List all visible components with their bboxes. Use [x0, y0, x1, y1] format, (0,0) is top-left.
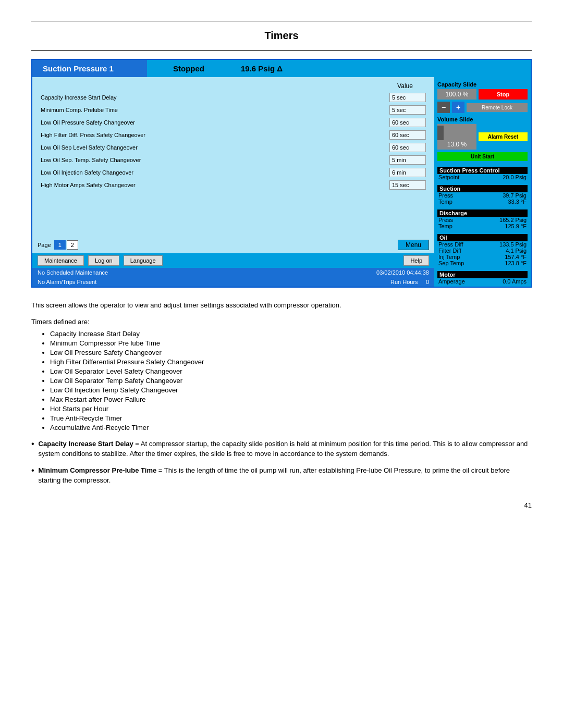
suction-temp-label: Temp	[438, 199, 452, 205]
table-row-value[interactable]	[389, 118, 426, 127]
bullet-paragraph: • Minimum Compressor Pre-lube Time = Thi…	[31, 465, 532, 486]
page-btn-2[interactable]: 2	[67, 240, 78, 250]
table-row-value[interactable]	[389, 93, 426, 102]
setpoint-value: 20.0 Psig	[503, 174, 527, 180]
language-button[interactable]: Language	[124, 255, 163, 266]
table-row-value[interactable]	[389, 155, 426, 165]
setpoint-label: Setpoint	[438, 174, 459, 180]
bullet-dot: •	[31, 439, 34, 459]
oil-filter-diff-label: Filter Diff	[438, 248, 461, 254]
table-row-label: Capacity Increase Start Delay	[41, 94, 389, 101]
setpoint-row: Setpoint 20.0 Psig	[437, 174, 528, 180]
table-row: Low Oil Sep Level Safety Changeover	[41, 143, 426, 152]
right-sidebar: Capacity Slide 100.0 % Stop − + Remote L…	[434, 77, 531, 287]
table-header-row: Value	[41, 82, 426, 90]
list-item: Max Restart after Power Failure	[50, 396, 532, 403]
oil-press-diff-row: Press Diff 133.5 Psig	[437, 241, 528, 248]
table-row-value[interactable]	[389, 180, 426, 190]
discharge-press-label: Press	[438, 217, 453, 223]
table-row: Capacity Increase Start Delay	[41, 93, 426, 102]
table-row: High Motor Amps Safety Changeover	[41, 180, 426, 190]
oil-sep-temp-value: 123.8 °F	[505, 260, 527, 266]
maintenance-button[interactable]: Maintenance	[38, 255, 84, 266]
volume-percent: 13.0 %	[437, 124, 476, 150]
menu-button[interactable]: Menu	[398, 240, 429, 250]
table-row: Minimum Comp. Prelube Time	[41, 105, 426, 115]
stopped-label: Stopped	[147, 60, 230, 77]
datetime-label: 03/02/2010 04:44:38	[376, 269, 429, 276]
table-row-label: Minimum Comp. Prelube Time	[41, 107, 389, 113]
bullet-paragraphs: • Capacity Increase Start Delay = At com…	[31, 439, 532, 486]
no-maintenance-label: No Scheduled Maintenance	[38, 269, 108, 276]
list-item: Capacity Increase Start Delay	[50, 330, 532, 338]
capacity-controls-row: − + Remote Lock	[437, 102, 528, 113]
oil-sep-temp-row: Sep Temp 123.8 °F	[437, 260, 528, 266]
table-row-value[interactable]	[389, 130, 426, 140]
run-hours-label: Run Hours	[390, 279, 418, 285]
motor-amperage-row: Amperage 0.0 Amps	[437, 278, 528, 285]
capacity-increase-button[interactable]: +	[452, 102, 464, 113]
discharge-temp-label: Temp	[438, 223, 452, 229]
oil-filter-diff-row: Filter Diff 4.1 Psig	[437, 248, 528, 254]
run-hours-row: Run Hours 0	[390, 279, 429, 285]
volume-slide-title: Volume Slide	[437, 116, 528, 122]
table-row-value[interactable]	[389, 105, 426, 115]
timers-defined-label: Timers defined are:	[31, 318, 532, 326]
discharge-press-row: Press 165.2 Psig	[437, 217, 528, 223]
oil-sep-temp-label: Sep Temp	[438, 260, 464, 266]
table-row: Low Oil Sep. Temp. Safety Changeover	[41, 155, 426, 165]
table-row-value[interactable]	[389, 168, 426, 177]
run-hours-value: 0	[426, 279, 429, 285]
list-item: High Filter Differential Pressure Safety…	[50, 358, 532, 366]
discharge-temp-row: Temp 125.9 °F	[437, 223, 528, 229]
remote-lock-button[interactable]: Remote Lock	[467, 103, 528, 112]
list-item: Minimum Compressor Pre lube Time	[50, 339, 532, 347]
oil-press-diff-label: Press Diff	[438, 241, 463, 248]
title-rule	[31, 50, 532, 51]
alarm-reset-button[interactable]: Alarm Reset	[479, 132, 528, 141]
volume-slide-row: 13.0 % Alarm Reset	[437, 124, 528, 150]
suction-label: Suction Pressure 1	[32, 60, 147, 77]
table-row: Low Oil Pressure Safety Changeover	[41, 118, 426, 127]
table-row-label: Low Oil Sep Level Safety Changeover	[41, 144, 389, 151]
oil-inj-temp-label: Inj Temp	[438, 254, 460, 260]
unit-start-button[interactable]: Unit Start	[437, 152, 528, 161]
table-area: Value Capacity Increase Start Delay Mini…	[32, 77, 434, 237]
suction-title: Suction	[437, 185, 528, 192]
oil-title: Oil	[437, 234, 528, 241]
list-item: True Anti-Recycle Timer	[50, 414, 532, 422]
oil-filter-diff-value: 4.1 Psig	[506, 248, 527, 254]
page-number: 41	[31, 501, 532, 509]
capacity-decrease-button[interactable]: −	[437, 102, 450, 113]
logon-button[interactable]: Log on	[88, 255, 119, 266]
capacity-slide-title: Capacity Slide	[437, 81, 528, 88]
table-row-label: Low Oil Injection Safety Changeover	[41, 169, 389, 176]
table-row-label: High Motor Amps Safety Changeover	[41, 182, 389, 188]
table-row-label: Low Oil Pressure Safety Changeover	[41, 119, 389, 126]
page-title: Timers	[31, 30, 532, 42]
table-row-value[interactable]	[389, 143, 426, 152]
oil-inj-temp-row: Inj Temp 157.4 °F	[437, 254, 528, 260]
capacity-slide-row: 100.0 % Stop	[437, 89, 528, 100]
bullet-text: Minimum Compressor Pre-lube Time = This …	[39, 465, 532, 486]
discharge-press-value: 165.2 Psig	[499, 217, 527, 223]
motor-section: Motor Amperage 0.0 Amps	[437, 269, 528, 285]
stop-button[interactable]: Stop	[479, 89, 528, 100]
list-item: Low Oil Injection Temp Safety Changeover	[50, 386, 532, 394]
suction-press-control-section: Suction Press Control Setpoint 20.0 Psig	[437, 165, 528, 180]
page-controls: Page 1 2 Menu	[32, 237, 434, 253]
suction-temp-value: 33.3 °F	[508, 199, 527, 205]
discharge-title: Discharge	[437, 209, 528, 217]
capacity-percent: 100.0 %	[437, 89, 476, 100]
table-row: Low Oil Injection Safety Changeover	[41, 168, 426, 177]
suction-press-control-title: Suction Press Control	[437, 167, 528, 174]
list-item: Hot Starts per Hour	[50, 405, 532, 413]
table-row: High Filter Diff. Press Safety Changeove…	[41, 130, 426, 140]
suction-press-value: 39.7 Psig	[503, 192, 527, 199]
no-alarms-label: No Alarm/Trips Present	[38, 279, 96, 285]
table-header-value: Value	[384, 82, 426, 90]
help-button[interactable]: Help	[403, 255, 429, 266]
list-item: Low Oil Separator Level Safety Changeove…	[50, 367, 532, 375]
bullet-text: Capacity Increase Start Delay = At compr…	[39, 439, 532, 459]
page-btn-1[interactable]: 1	[54, 240, 66, 250]
